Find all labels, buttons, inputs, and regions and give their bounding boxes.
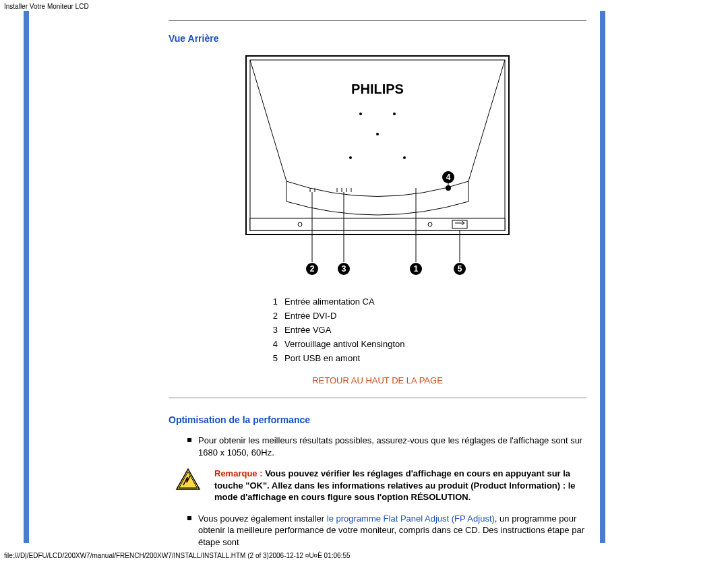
legend-row: 2 Entrée DVI-D: [270, 311, 485, 321]
bullet-text: Pour obtenir les meilleurs résultats pos…: [198, 435, 586, 458]
divider: [169, 398, 586, 398]
right-margin-bar: [600, 11, 605, 543]
legend-text: Port USB en amont: [284, 353, 360, 363]
bullet-icon: [187, 438, 191, 442]
remark-body: Vous pouvez vérifier les réglages d'affi…: [214, 468, 576, 502]
svg-point-8: [403, 156, 406, 159]
svg-point-6: [376, 133, 379, 135]
bullet-text: Vous pouvez également installer le progr…: [198, 513, 586, 549]
rear-view-diagram: PHILIPS: [239, 53, 516, 284]
legend-row: 5 Port USB en amont: [270, 353, 485, 363]
list-item: Vous pouvez également installer le progr…: [187, 513, 586, 549]
left-margin-bar: [24, 11, 29, 543]
legend-row: 3 Entrée VGA: [270, 325, 485, 335]
legend-num: 5: [270, 353, 278, 363]
bullet2-pre: Vous pouvez également installer: [198, 513, 327, 524]
legend-text: Entrée alimentation CA: [284, 296, 375, 307]
monitor-rear-svg: PHILIPS: [239, 53, 516, 282]
legend-row: 1 Entrée alimentation CA: [270, 296, 485, 307]
legend-num: 4: [270, 339, 278, 349]
legend-row: 4 Verrouillage antivol Kensington: [270, 339, 485, 349]
svg-text:4: 4: [446, 173, 451, 182]
legend-list: 1 Entrée alimentation CA 2 Entrée DVI-D …: [270, 296, 485, 363]
legend-num: 1: [270, 296, 278, 307]
list-item: Pour obtenir les meilleurs résultats pos…: [187, 435, 586, 458]
legend-num: 3: [270, 325, 278, 335]
svg-text:3: 3: [342, 264, 346, 274]
header-path: Installer Votre Moniteur LCD: [4, 3, 89, 10]
brand-text: PHILIPS: [351, 82, 404, 96]
remark-block: Remarque : Vous pouvez vérifier les régl…: [175, 468, 586, 503]
legend-num: 2: [270, 311, 278, 321]
svg-point-4: [359, 113, 362, 115]
svg-text:2: 2: [310, 264, 315, 274]
bullet-icon: [187, 516, 191, 520]
legend-text: Verrouillage antivol Kensington: [284, 339, 405, 349]
svg-text:5: 5: [458, 264, 462, 274]
footer-path: file:///D|/EDFU/LCD/200XW7/manual/FRENCH…: [4, 552, 351, 559]
document-page: Installer Votre Moniteur LCD Vue Arrière…: [0, 0, 728, 562]
back-to-top-link[interactable]: RETOUR AU HAUT DE LA PAGE: [169, 375, 586, 385]
divider: [169, 20, 586, 21]
legend-text: Entrée VGA: [284, 325, 331, 335]
svg-point-7: [349, 156, 352, 159]
remark-tail: .: [468, 492, 471, 502]
content-area: Vue Arrière PHILIPS: [169, 13, 586, 557]
warning-icon: [175, 468, 201, 503]
section-heading-vue-arriere: Vue Arrière: [169, 33, 586, 44]
section-heading-optimisation: Optimisation de la performance: [169, 414, 586, 425]
remark-text: Remarque : Vous pouvez vérifier les régl…: [214, 468, 586, 503]
legend-text: Entrée DVI-D: [284, 311, 336, 321]
svg-point-5: [393, 113, 396, 115]
remark-lead: Remarque :: [214, 468, 263, 478]
svg-text:1: 1: [414, 264, 419, 274]
fp-adjust-link[interactable]: le programme Flat Panel Adjust (FP Adjus…: [327, 513, 495, 524]
